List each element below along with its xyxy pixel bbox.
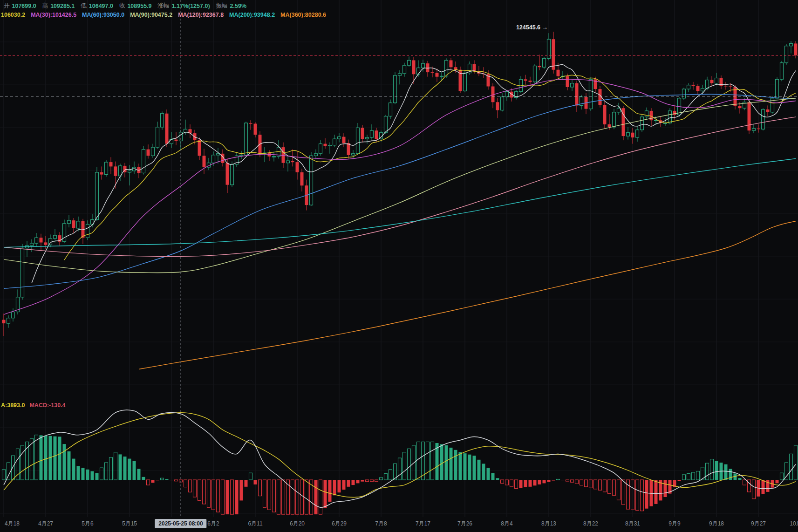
low-label: 低 [81,2,87,10]
amplitude-stat: 振幅 2.59% [216,2,246,10]
ohlc-legend: 开 107699.0 高 109285.1 低 106497.0 收 10895… [4,2,246,10]
x-axis-label: 9月18 [709,520,724,528]
crosshair-date-label: 2025-05-25 08:00 [155,519,206,528]
open-label: 开 [4,2,10,10]
macd-legend-value: MACD:-130.4 [29,402,65,409]
dif-line [4,410,796,507]
close-stat: 收 108955.9 [119,2,152,10]
low-value: 106497.0 [89,3,113,9]
x-axis-label: 10月 [790,520,798,528]
ma90-legend-value: MA(90):90475.2 [130,12,172,18]
x-axis-label: 7月26 [457,520,472,528]
x-axis-label: 4月27 [38,520,53,528]
x-axis-label: 9月9 [668,520,680,528]
ma-overlays [4,64,796,369]
dea-legend-value: A:3893.0 [1,402,25,409]
chart-canvas[interactable] [0,0,798,532]
ma-line-ma360 [139,221,796,369]
ma-line-ma7 [32,64,796,283]
ma-line-ma60 [4,94,796,288]
x-axis-label: 8月22 [583,520,598,528]
close-value: 108955.9 [127,3,151,9]
x-axis-label: 6月2 [207,520,219,528]
ma120-legend-value: MA(120):92367.8 [178,12,224,18]
ma-line-ma30 [4,79,796,314]
x-axis-label: 6月20 [290,520,305,528]
ma14-legend-value: 106030.2 [1,12,25,18]
x-axis-label: 8月4 [501,520,512,528]
ma360-legend-value: MA(360):80280.6 [280,12,326,18]
ma30-legend-value: MA(30):101426.5 [31,12,76,18]
x-axis-label: 8月13 [541,520,556,528]
macd-legend: A:3893.0 MACD:-130.4 [1,402,66,409]
ma-line-ma90 [4,98,796,273]
macd-pane [2,410,798,514]
x-axis-label: 6月11 [248,520,262,528]
change-value: 1.17%(1257.0) [172,3,210,9]
x-axis-label: 7月8 [375,520,387,528]
low-stat: 低 106497.0 [81,2,113,10]
x-axis-label: 5月6 [82,520,93,528]
x-axis-label: 6月29 [332,520,347,528]
trading-chart-app: 开 107699.0 高 109285.1 低 106497.0 收 10895… [0,0,798,532]
open-value: 107699.0 [12,3,36,9]
high-value: 109285.1 [50,3,75,9]
open-stat: 开 107699.0 [4,2,36,10]
x-axis[interactable]: 4月184月275月65月156月26月116月206月297月87月177月2… [0,518,798,532]
change-label: 涨幅 [158,2,170,10]
x-axis-label: 9月27 [751,520,766,528]
candlestick-series [2,32,798,336]
change-stat: 涨幅 1.17%(1257.0) [158,2,210,10]
x-axis-label: 4月18 [5,520,20,528]
ma-line-ma120 [4,117,796,257]
ma-legend: 106030.2 MA(30):101426.5 MA(60):93050.0 … [1,12,326,18]
close-label: 收 [119,2,125,10]
high-stat: 高 109285.1 [42,2,75,10]
crosshair [0,0,798,518]
dea-line [4,413,796,498]
high-label: 高 [42,2,48,10]
amplitude-label: 振幅 [216,2,228,10]
x-axis-label: 7月17 [416,520,430,528]
ath-price-annotation: 124545.6 → [516,24,548,31]
grid [0,0,798,517]
ma60-legend-value: MA(60):93050.0 [82,12,124,18]
amplitude-value: 2.59% [230,3,246,9]
ma200-legend-value: MA(200):93948.2 [229,12,275,18]
x-axis-label: 8月31 [625,520,640,528]
x-axis-label: 5月15 [122,520,137,528]
ma-line-ma14 [64,69,796,260]
